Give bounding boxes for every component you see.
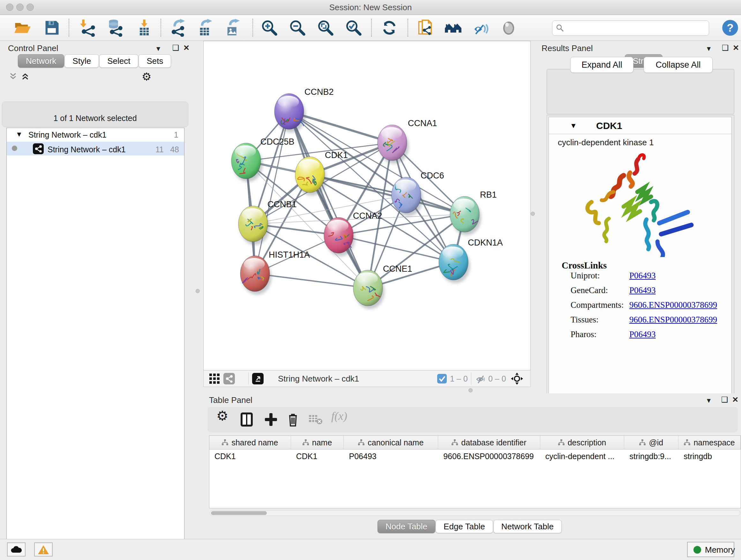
expand-all-button[interactable]: Expand All [570,57,633,73]
birds-eye-view-icon[interactable] [511,372,523,386]
collapse-all-icon[interactable] [8,71,18,82]
search-input[interactable] [567,22,705,34]
collection-expand-icon[interactable]: ▼ [16,130,23,138]
panel-float-icon[interactable]: ❑ [721,395,728,404]
table-cell[interactable]: P06493 [344,449,439,463]
network-edge[interactable] [339,235,454,262]
network-node-cdc6[interactable]: CDC6 [392,171,444,216]
glass-ball-effect-icon[interactable] [500,19,518,37]
column-header-namespace[interactable]: namespace [678,436,741,449]
panel-close-icon[interactable]: ✕ [733,44,739,52]
gene-collapse-icon[interactable]: ▼ [570,122,577,130]
network-edge[interactable] [255,111,289,273]
zoom-fit-icon[interactable] [317,19,334,37]
create-column-icon[interactable] [264,411,278,429]
table-settings-gear-icon[interactable]: ⚙ [216,408,228,424]
crosslink-link[interactable]: P06493 [629,329,656,339]
table-hscroll-thumb[interactable] [211,511,267,515]
network-view-toolbar: String Network – cdk1 1 – 0 0 – 0 [203,370,531,387]
table-row[interactable]: CDK1CDK1P064939606.ENSP00000378699cyclin… [209,449,741,463]
grid-view-icon[interactable] [209,373,220,386]
table-cell[interactable]: cyclin-dependent ... [540,449,624,463]
open-in-new-window-icon[interactable] [252,373,264,386]
column-header-id[interactable]: @id [624,436,678,449]
warning-status-button[interactable] [34,543,53,557]
delete-column-icon[interactable] [286,411,299,429]
crosslink-link[interactable]: P06493 [629,286,656,295]
network-options-gear-icon[interactable]: ⚙ [142,70,151,83]
column-header-canonical-name[interactable]: canonical name [344,436,438,449]
panel-close-icon[interactable]: ✕ [183,44,190,52]
tab-network-table[interactable]: Network Table [493,520,562,533]
network-share-icon[interactable] [223,373,235,386]
panel-float-icon[interactable]: ❑ [172,44,179,52]
crosslink-label: Compartments: [570,300,623,310]
network-view-canvas[interactable]: CCNB2CCNA1CDC25BCDK1CDC6RB1CCNB1CCNA2CDK… [203,41,531,370]
splitter-handle[interactable] [468,388,473,392]
collapse-all-button[interactable]: Collapse All [644,57,713,73]
memory-button[interactable]: Memory [687,542,734,557]
crosslink-link[interactable]: 9606.ENSP00000378699 [629,315,717,325]
panel-menu-icon[interactable]: ▾ [707,44,711,53]
panel-menu-icon[interactable]: ▾ [707,396,711,405]
open-session-icon[interactable] [13,19,31,37]
column-header-name[interactable]: name [291,436,344,449]
panel-float-icon[interactable]: ❑ [722,44,729,52]
crosslink-row: Tissues:9606.ENSP00000378699 [562,315,728,329]
network-node-ccne1[interactable]: CCNE1 [353,264,412,309]
panel-menu-icon[interactable]: ▾ [156,44,160,53]
network-edge[interactable] [289,111,368,288]
gene-card-header[interactable]: ▼ CDK1 [549,117,731,134]
save-session-icon[interactable] [43,19,61,37]
splitter-handle[interactable] [531,212,535,216]
help-icon[interactable]: ? [721,19,739,37]
column-header-label: description [568,438,606,447]
tab-network[interactable]: Network [18,54,64,68]
table-cell[interactable]: stringdb:9... [624,449,678,463]
zoom-selected-icon[interactable] [345,19,362,37]
network-node-cdkn1a[interactable]: CDKN1A [439,238,503,283]
main-toolbar: ? [0,15,741,41]
network-collection-row[interactable]: ▼ String Network – cdk1 1 [7,128,184,142]
zoom-out-icon[interactable] [288,19,307,37]
network-row-selected[interactable]: String Network – cdk1 11 48 [7,142,184,155]
import-network-file-icon[interactable] [78,19,96,37]
crosslink-link[interactable]: 9606.ENSP00000378699 [629,300,717,310]
expand-all-icon[interactable] [20,71,30,82]
search-field[interactable] [552,20,709,36]
column-header-shared-name[interactable]: shared name [209,436,291,449]
export-network-icon[interactable] [170,19,188,37]
table-cell[interactable]: CDK1 [291,449,344,463]
network-view-title: String Network – cdk1 [278,374,359,384]
table-cell[interactable]: stringdb [678,449,741,463]
tab-select[interactable]: Select [99,54,138,68]
refresh-icon[interactable] [381,19,398,37]
table-cell[interactable]: CDK1 [209,449,291,463]
tab-sets[interactable]: Sets [138,54,171,68]
network-node-rb1[interactable]: RB1 [450,190,497,235]
export-table-icon[interactable] [197,19,214,37]
import-network-database-icon[interactable] [106,19,124,37]
export-image-icon[interactable] [224,19,242,37]
network-edge[interactable] [255,273,368,288]
string-highlight-icon[interactable] [472,19,489,37]
selected-checkbox-icon[interactable] [437,374,447,385]
string-home-icon[interactable] [444,19,462,37]
tab-style[interactable]: Style [64,54,99,68]
column-header-database-identifier[interactable]: database identifier [438,436,540,449]
column-header-description[interactable]: description [540,436,624,449]
show-columns-icon[interactable] [239,411,254,429]
tab-node-table[interactable]: Node Table [378,520,435,533]
crosslink-link[interactable]: P06493 [629,271,656,281]
table-cell[interactable]: 9606.ENSP00000378699 [438,449,540,463]
panel-close-icon[interactable]: ✕ [732,395,738,404]
network-node-hist1h1a[interactable]: HIST1H1A [240,250,310,295]
hidden-eye-icon[interactable] [475,374,486,386]
tab-edge-table[interactable]: Edge Table [435,520,493,533]
splitter-handle[interactable] [196,289,200,293]
table-hscrollbar[interactable] [210,510,740,516]
import-table-file-icon[interactable] [135,19,153,37]
cloud-status-button[interactable] [7,543,25,557]
zoom-in-icon[interactable] [260,19,278,37]
string-import-icon[interactable] [417,19,434,37]
